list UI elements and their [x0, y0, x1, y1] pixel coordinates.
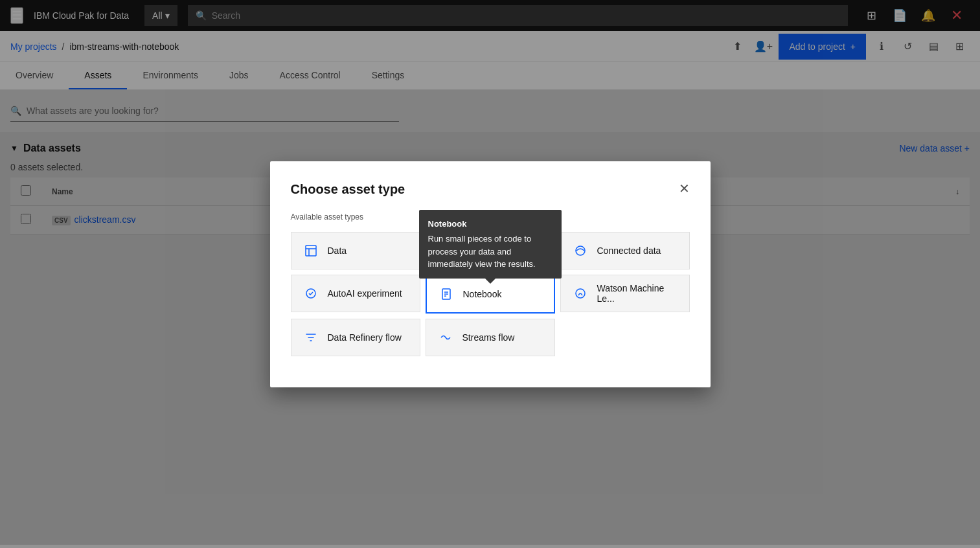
modal-close-button[interactable]: ✕: [679, 182, 690, 195]
svg-point-3: [576, 246, 585, 255]
asset-card-label: Connected data: [597, 245, 661, 256]
tooltip-description: Run small pieces of code to process your…: [428, 233, 553, 271]
asset-card-label: Streams flow: [462, 332, 515, 343]
asset-card-label: Notebook: [463, 289, 502, 299]
asset-type-notebook-wrapper: NotebookRun small pieces of code to proc…: [426, 275, 555, 314]
asset-card-connected-data[interactable]: Connected data: [560, 232, 690, 269]
asset-type-watson-ml-wrapper: Watson Machine Le...: [560, 275, 690, 314]
refinery-icon: [301, 327, 321, 348]
asset-card-label: Data Refinery flow: [328, 332, 402, 343]
notebook-icon: [436, 284, 457, 304]
asset-card-autoai[interactable]: AutoAI experiment: [291, 275, 420, 312]
autoai-icon: [301, 283, 321, 304]
data-icon: [301, 240, 321, 261]
tooltip-title: Notebook: [428, 218, 553, 231]
asset-type-streams-wrapper: Streams flow: [426, 319, 555, 356]
svg-rect-0: [306, 245, 316, 256]
asset-card-label: AutoAI experiment: [328, 288, 402, 299]
asset-card-watson-ml[interactable]: Watson Machine Le...: [560, 275, 690, 312]
watson-icon: [570, 283, 591, 304]
asset-card-label: Data: [328, 245, 347, 256]
asset-type-data-wrapper: Data: [291, 232, 420, 269]
connected-data-icon: [570, 240, 591, 261]
asset-card-data-refinery[interactable]: Data Refinery flow: [291, 319, 420, 356]
asset-type-grid: Data Connected data AutoAI experiment No…: [291, 232, 690, 356]
streams-icon: [435, 327, 456, 348]
choose-asset-type-modal: Choose asset type ✕ Available asset type…: [270, 161, 711, 387]
asset-card-data[interactable]: Data: [291, 232, 420, 269]
modal-title: Choose asset type: [291, 182, 405, 197]
asset-type-connected-data-wrapper: Connected data: [560, 232, 690, 269]
notebook-tooltip: NotebookRun small pieces of code to proc…: [419, 210, 562, 279]
asset-type-data-refinery-wrapper: Data Refinery flow: [291, 319, 420, 356]
asset-card-label: Watson Machine Le...: [597, 283, 680, 304]
asset-type-autoai-wrapper: AutoAI experiment: [291, 275, 420, 314]
modal-overlay: Choose asset type ✕ Available asset type…: [0, 0, 980, 545]
asset-card-streams[interactable]: Streams flow: [426, 319, 555, 356]
modal-header: Choose asset type ✕: [291, 182, 690, 197]
